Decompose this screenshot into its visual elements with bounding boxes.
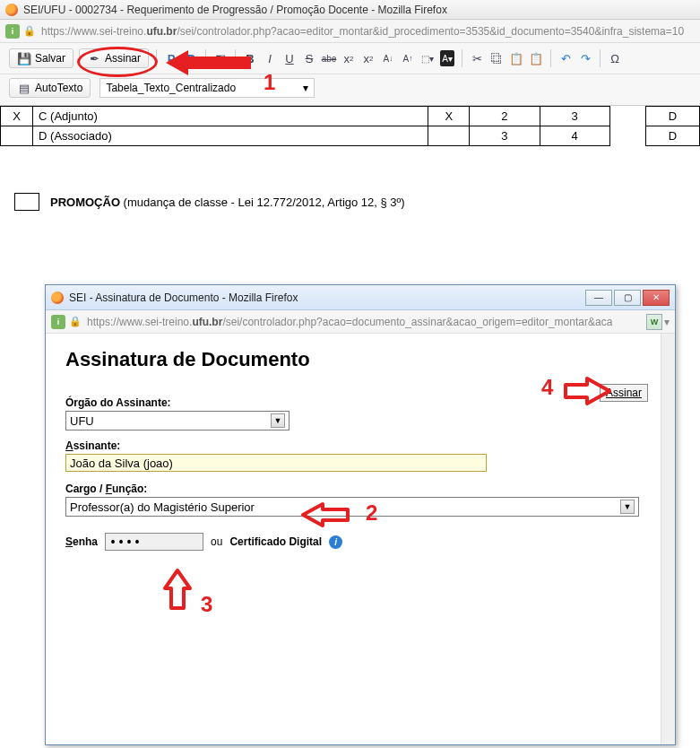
toolbar-separator [156,49,157,67]
info-icon[interactable]: i [329,535,342,549]
strike-icon[interactable]: S [302,50,316,66]
cell-mark[interactable]: X [1,107,33,126]
table-row: X C (Adjunto) X 2 3 D [1,107,700,126]
orgao-value: UFU [70,414,94,428]
superscript-icon[interactable]: x2 [361,50,376,66]
identity-icon: i [51,315,65,329]
cell-c1[interactable] [428,126,470,146]
special-char-icon[interactable]: Ω [608,50,622,66]
cell-label[interactable]: D (Associado) [33,126,428,146]
eraser-icon[interactable]: ◧ [213,50,228,66]
editor-toolbar-2: ▤ AutoTexto Tabela_Texto_Centralizado ▾ [0,74,700,106]
bold-icon[interactable]: B [243,50,257,66]
dialog-titlebar: SEI - Assinatura de Documento - Mozilla … [46,285,675,310]
orgao-label: Órgão do Assinante: [65,396,655,409]
toolbar-separator [235,49,236,67]
style-value: Tabela_Texto_Centralizado [106,82,236,94]
style-select[interactable]: Tabela_Texto_Centralizado ▾ [99,78,315,98]
cut-icon[interactable]: ✂ [470,50,484,66]
identity-icon: i [5,24,20,39]
cell-gap [609,126,645,146]
firefox-icon [5,4,18,16]
word-export-icon[interactable]: W [646,314,662,330]
save-label: Salvar [35,52,65,65]
pen-icon: ✒ [87,50,101,66]
main-window-title: SEI/UFU - 0002734 - Requerimento de Prog… [23,4,447,16]
toolbar-separator [550,49,551,67]
url-prefix: https://www.sei-treino. [87,316,192,328]
cargo-select[interactable]: Professor(a) do Magistério Superior ▼ [65,497,639,517]
sign-label: Assinar [105,52,141,65]
orgao-select[interactable]: UFU ▼ [65,411,290,431]
url-path: /sei/controlador.php?acao=documento_assi… [222,316,612,328]
assinante-input[interactable] [65,454,487,472]
senha-label: Senha [65,535,98,548]
main-window-titlebar: SEI/UFU - 0002734 - Requerimento de Prog… [0,0,700,20]
table-row: D (Associado) 3 4 D [1,126,700,146]
main-url-text: https://www.sei-treino.ufu.br/sei/contro… [41,25,684,38]
signature-dialog: SEI - Assinatura de Documento - Mozilla … [45,284,676,745]
italic-icon[interactable]: I [263,50,277,66]
lock-icon: 🔒 [23,25,36,37]
password-row: Senha ou Certificado Digital i [65,533,655,551]
promocao-strong: PROMOÇÃO [50,196,120,209]
fontsize-up-icon[interactable]: A↓ [381,50,395,66]
ou-label: ou [211,535,222,548]
url-host: ufu.br [192,316,222,328]
chevron-down-icon: ▼ [271,413,285,428]
save-icon: 💾 [17,50,31,66]
autotext-label: AutoTexto [35,82,82,94]
main-url-bar[interactable]: i 🔒 https://www.sei-treino.ufu.br/sei/co… [0,20,700,43]
promocao-line[interactable]: PROMOÇÃO (mudança de classe - Lei 12.772… [0,191,700,213]
copy-icon[interactable]: ⿻ [489,50,504,66]
cell-c1[interactable]: X [428,107,470,126]
firefox-icon [51,291,64,304]
cell-c3[interactable]: 4 [540,126,609,146]
doc-table: X C (Adjunto) X 2 3 D D (Associado) 3 4 … [0,106,700,146]
dialog-scrollbar[interactable] [661,334,675,744]
cell-c4[interactable]: D [645,107,699,126]
fontsize-down-icon[interactable]: A↑ [401,50,415,66]
abc-strike-icon[interactable]: abe [322,50,336,66]
underline-icon[interactable]: U [282,50,297,66]
url-host: ufu.br [146,25,177,38]
autotext-icon: ▤ [17,80,31,96]
minimize-button[interactable]: — [585,290,612,306]
save-button[interactable]: 💾 Salvar [9,48,73,68]
dialog-url-text: https://www.sei-treino.ufu.br/sei/contro… [87,316,612,328]
dialog-url-bar[interactable]: i 🔒 https://www.sei-treino.ufu.br/sei/co… [46,310,675,334]
document-area: X C (Adjunto) X 2 3 D D (Associado) 3 4 … [0,106,700,213]
editor-toolbar: 💾 Salvar ✒ Assinar P P̶ ◧ B I U S abe x2… [0,43,700,74]
subscript-icon[interactable]: x2 [341,50,356,66]
senha-input[interactable] [105,533,203,551]
redo-icon[interactable]: ↷ [578,50,592,66]
chevron-down-icon: ▾ [303,82,308,94]
autotext-button[interactable]: ▤ AutoTexto [9,78,91,98]
undo-icon[interactable]: ↶ [558,50,573,66]
cell-c3[interactable]: 3 [540,107,609,126]
dialog-body: Assinatura de Documento Assinar Órgão do… [46,334,675,744]
paste-icon[interactable]: 📋 [509,50,523,66]
cell-gap [609,107,645,126]
close-button[interactable]: ✕ [643,290,670,306]
assinar-button[interactable]: Assinar [600,384,648,402]
promocao-checkbox[interactable] [14,193,39,211]
cell-label[interactable]: C (Adjunto) [33,107,428,126]
promocao-rest: (mudança de classe - Lei 12.772/2012, Ar… [120,196,405,209]
bgcolor-icon[interactable]: A▾ [440,50,454,66]
textcolor-icon[interactable]: ⬚▾ [420,50,435,66]
cell-c4[interactable]: D [645,126,699,146]
sign-button[interactable]: ✒ Assinar [79,48,149,68]
remove-format-icon[interactable]: P̶ [184,50,198,66]
cell-mark[interactable] [1,126,33,146]
cell-c2[interactable]: 2 [470,107,540,126]
copy-format-icon[interactable]: P [164,50,178,66]
assinante-label: Assinante: [65,439,655,452]
toolbar-separator [205,49,206,67]
cell-c2[interactable]: 3 [470,126,540,146]
dialog-heading: Assinatura de Documento [65,348,655,371]
maximize-button[interactable]: ▢ [614,290,641,306]
paste-special-icon[interactable]: 📋 [529,50,543,66]
chevron-down-icon[interactable]: ▾ [664,316,670,328]
toolbar-separator [462,49,462,67]
